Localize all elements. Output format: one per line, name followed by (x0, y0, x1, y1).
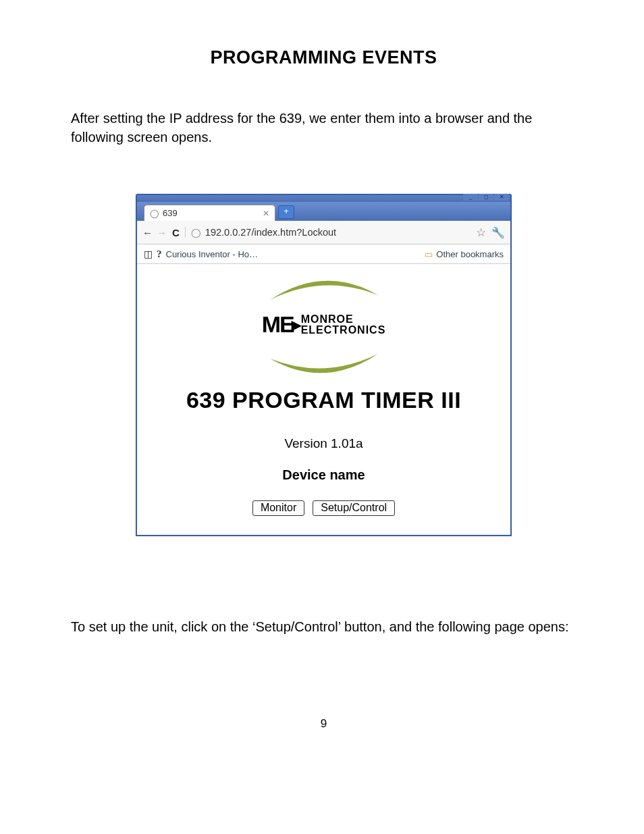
device-name-label: Device name (144, 467, 504, 483)
monitor-button[interactable]: Monitor (252, 500, 304, 516)
folder-icon: ▭ (425, 249, 433, 259)
browser-tab[interactable]: ◯ 639 ✕ (144, 205, 275, 221)
bookmark-item[interactable]: ◫ ? Curious Inventor - Ho… (144, 249, 258, 260)
apps-icon: ◫ (144, 249, 153, 259)
close-button[interactable]: ✕ (494, 194, 509, 201)
browser-toolbar: ← → C ◯ 192.0.0.27/index.htm?Lockout ☆ 🔧 (137, 221, 510, 244)
page-body: ME▸ MONROE ELECTRONICS 639 PROGRAM TIMER… (137, 264, 510, 535)
intro-paragraph: After setting the IP address for the 639… (71, 109, 576, 147)
tab-strip: ◯ 639 ✕ + (137, 202, 510, 221)
swirl-top-icon (257, 276, 392, 303)
maximize-button[interactable]: ◻ (479, 194, 493, 201)
page-icon: ◯ (191, 228, 201, 238)
minimize-button[interactable]: _ (463, 194, 478, 201)
other-bookmarks[interactable]: ▭ Other bookmarks (425, 249, 504, 259)
page-number: 9 (71, 717, 576, 731)
logo-text-line-1: MONROE (301, 314, 386, 324)
reload-button[interactable]: C (172, 227, 180, 238)
product-title: 639 PROGRAM TIMER III (144, 387, 504, 413)
wrench-menu-icon[interactable]: 🔧 (491, 226, 505, 239)
back-button[interactable]: ← (142, 227, 153, 238)
window-titlebar: _ ◻ ✕ (137, 195, 510, 202)
swirl-bottom-icon (257, 350, 392, 377)
bookmark-star-icon[interactable]: ☆ (476, 226, 486, 240)
browser-screenshot: _ ◻ ✕ ◯ 639 ✕ + ← → C ◯ 192.0.0.27/index… (136, 194, 512, 536)
outro-paragraph: To set up the unit, click on the ‘Setup/… (71, 617, 576, 636)
company-logo: ME▸ MONROE ELECTRONICS (233, 276, 415, 377)
logo-text-line-2: ELECTRONICS (301, 325, 386, 335)
forward-button[interactable]: → (157, 227, 167, 238)
url-text: 192.0.0.27/index.htm?Lockout (205, 227, 336, 238)
other-bookmarks-label: Other bookmarks (436, 249, 504, 259)
tab-close-icon[interactable]: ✕ (263, 209, 269, 218)
bookmark-label: Curious Inventor - Ho… (166, 249, 259, 259)
address-bar[interactable]: ◯ 192.0.0.27/index.htm?Lockout (185, 227, 471, 238)
version-label: Version 1.01a (144, 436, 504, 451)
globe-icon: ◯ (150, 209, 159, 218)
setup-control-button[interactable]: Setup/Control (313, 500, 395, 516)
question-icon: ? (157, 249, 162, 260)
section-heading: PROGRAMMING EVENTS (71, 47, 576, 68)
logo-mark: ME▸ (262, 311, 300, 338)
tab-title: 639 (163, 208, 263, 218)
new-tab-button[interactable]: + (278, 205, 294, 219)
window-controls: _ ◻ ✕ (463, 194, 509, 201)
bookmarks-bar: ◫ ? Curious Inventor - Ho… ▭ Other bookm… (137, 244, 510, 264)
